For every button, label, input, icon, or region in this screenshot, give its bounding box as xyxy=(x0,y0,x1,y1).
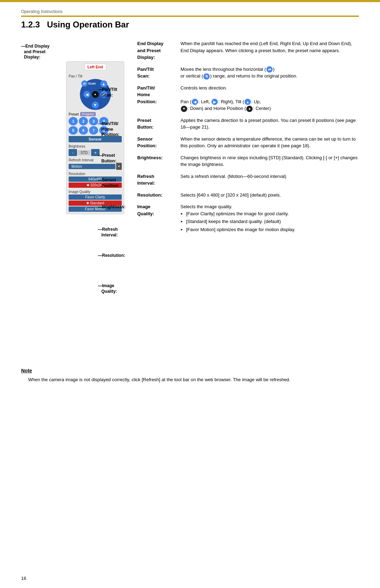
val-image-quality: Selects the image quality. [Favor Clarit… xyxy=(180,203,359,234)
ann-refresh: —Refresh Interval: xyxy=(98,227,118,238)
preset-btn-7[interactable]: 7 xyxy=(89,126,98,135)
note-text: When the camera image is not displayed c… xyxy=(28,376,359,384)
key-image-quality: Image Quality: xyxy=(137,203,178,217)
imgqual-section-label: Image Quality xyxy=(69,190,122,194)
desc-preset-button: Preset Button: Applies the camera direct… xyxy=(137,117,359,131)
desc-pan-tilt-home: Pan/Tilt/ Home Position: Controls lens d… xyxy=(137,85,359,112)
preset-row: Preset Program xyxy=(69,112,122,116)
key-refresh: Refresh Interval: xyxy=(137,173,178,187)
left-icon: ◀ xyxy=(192,99,198,105)
val-sensor-position: When the sensor detects a temperature di… xyxy=(180,136,359,149)
std-active-marker: ✱ xyxy=(86,201,90,205)
desc-image-quality: Image Quality: Selects the image quality… xyxy=(137,203,359,234)
scan-label: Scan xyxy=(88,82,96,85)
val-brightness: Changes brightness in nine steps includi… xyxy=(180,154,359,168)
pan-tilt-section-label: Pan / Tilt xyxy=(69,74,122,78)
camera-ui: Left End Pan / Tilt ⇄ Scan xyxy=(66,61,124,214)
val-refresh: Sets a refresh interval. (Motion—60-seco… xyxy=(180,173,359,180)
motion-dropdown-arrow[interactable]: ▼ xyxy=(116,163,122,170)
key-brightness: Brightness: xyxy=(137,154,178,161)
ann-end-display: —End Displayand PresetDisplay: xyxy=(21,44,50,60)
desc-pan-tilt-scan: Pan/Tilt Scan: Moves the lens throughout… xyxy=(137,66,359,80)
key-preset-button: Preset Button: xyxy=(137,117,178,131)
val-preset-button: Applies the camera direction to a preset… xyxy=(180,117,359,131)
right-icon: ▶ xyxy=(211,99,218,105)
section-title: 1.2.3 Using Operation Bar xyxy=(21,20,359,30)
description-table: End Display and Preset Display: When the… xyxy=(137,40,359,234)
ann-pan-tilt-home: —Pan/Tilt/ Home Position: xyxy=(98,121,119,138)
preset-btn-1[interactable]: 1 xyxy=(69,117,78,125)
preset-btn-6[interactable]: 6 xyxy=(79,126,88,135)
section-name: Using Operation Bar xyxy=(47,20,129,29)
res-active-marker: ✱ xyxy=(87,183,90,187)
right-column: End Display and Preset Display: When the… xyxy=(137,40,359,239)
section-number: 1.2.3 xyxy=(21,20,40,29)
program-button[interactable]: Program xyxy=(80,112,96,116)
key-pan-tilt-home: Pan/Tilt/ Home Position: xyxy=(137,85,178,105)
home-icon: ● xyxy=(246,106,253,112)
desc-sensor-position: Sensor Position: When the sensor detects… xyxy=(137,136,359,149)
motion-select[interactable]: Motion xyxy=(69,164,115,169)
list-item-favor-clarity: [Favor Clarity] optimizes the image for … xyxy=(186,210,359,217)
ann-resolution: —Resolution: xyxy=(98,253,125,259)
key-pan-tilt-scan: Pan/Tilt Scan: xyxy=(137,66,178,80)
resolution-section-label: Resolution xyxy=(69,172,122,176)
preset-row-label: Preset xyxy=(69,112,79,116)
horizontal-icon: ⇄ xyxy=(266,66,273,73)
ann-end-display-text: End Displayand PresetDisplay: xyxy=(21,44,50,60)
brightness-minus-button[interactable]: - xyxy=(69,149,77,156)
list-item-favor-motion: [Favor Motion] optimizes the image for m… xyxy=(186,226,359,233)
preset-btn-5[interactable]: 5 xyxy=(69,126,78,135)
desc-refresh: Refresh Interval: Sets a refresh interva… xyxy=(137,173,359,187)
key-end-display: End Display and Preset Display: xyxy=(137,40,178,61)
image-quality-list: [Favor Clarity] optimizes the image for … xyxy=(180,210,359,233)
preset-btn-2[interactable]: 2 xyxy=(79,117,88,125)
ann-pan-tilt-scan: —Pan/Tilt Scan: xyxy=(98,87,117,98)
page-header-label: Operating Instructions xyxy=(21,9,359,14)
camera-ui-panel: Left End Pan / Tilt ⇄ Scan xyxy=(56,61,112,214)
up-arrow-button[interactable]: ▲ xyxy=(100,80,107,87)
vertical-icon: ⇅ xyxy=(203,73,210,80)
val-resolution: Selects [640 x 480] or [320 x 240] (defa… xyxy=(180,192,359,199)
ann-sensor-position: —Sensor Position: xyxy=(98,178,119,188)
note-title: Note xyxy=(21,368,359,373)
left-column: —End Displayand PresetDisplay: Left End … xyxy=(21,40,130,357)
left-arrow-button[interactable]: ◀ xyxy=(83,91,90,98)
ann-image-quality: —Image Quality: xyxy=(98,283,117,294)
list-item-standard: [Standard] keeps the standard quality. (… xyxy=(186,218,359,225)
note-section: Note When the camera image is not displa… xyxy=(21,368,359,384)
up-icon: ▲ xyxy=(245,99,251,105)
val-end-display: When the pan/tilt has reached the end (L… xyxy=(180,40,359,54)
brightness-std-button[interactable]: STD xyxy=(78,150,90,155)
scan-button[interactable]: ⇄ Scan xyxy=(81,80,96,87)
desc-brightness: Brightness: Changes brightness in nine s… xyxy=(137,154,359,168)
main-content: —End Displayand PresetDisplay: Left End … xyxy=(21,40,359,357)
key-sensor-position: Sensor Position: xyxy=(137,136,178,149)
scan-icon: ⇄ xyxy=(81,80,88,87)
ann-brightness: —Brightness: xyxy=(98,204,126,210)
page-number: 16 xyxy=(21,576,26,581)
gold-divider xyxy=(21,16,359,17)
desc-resolution: Resolution: Selects [640 x 480] or [320 … xyxy=(137,192,359,199)
desc-end-display: End Display and Preset Display: When the… xyxy=(137,40,359,61)
val-pan-tilt-scan: Moves the lens throughout the horizontal… xyxy=(180,66,359,80)
preset-btn-3[interactable]: 3 xyxy=(89,117,98,125)
key-resolution: Resolution: xyxy=(137,192,178,199)
ann-preset-button: —Preset Button: xyxy=(98,153,116,164)
brightness-section-label: Brightness xyxy=(69,144,122,148)
left-end-button[interactable]: Left End xyxy=(84,64,106,70)
favor-clarity-button[interactable]: Favor Clarity xyxy=(69,194,122,200)
down-arrow-button[interactable]: ▼ xyxy=(92,101,99,109)
down-icon: ▼ xyxy=(181,106,187,112)
val-pan-tilt-home: Controls lens direction. Pan (◀: Left, ▶… xyxy=(180,85,359,112)
